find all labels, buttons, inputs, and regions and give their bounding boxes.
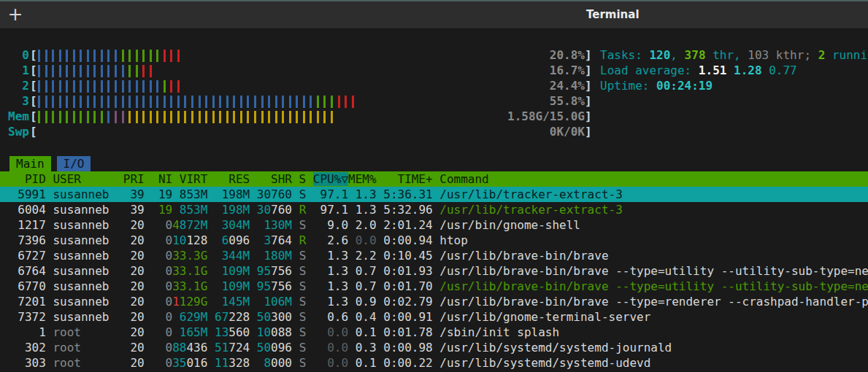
process-row-6770[interactable]: 6770 susanneb 20 033.1G 109M 95756 S 1.3… — [0, 279, 868, 294]
text-segment: 2.0 — [348, 218, 377, 232]
meter-close-bracket: ] — [585, 125, 592, 139]
text-segment: 2.2 — [348, 249, 377, 263]
meter-open-bracket: [ — [30, 48, 37, 62]
meter-close-bracket: ] — [585, 94, 592, 108]
text-segment: 11 — [215, 356, 228, 370]
text-segment: 103 kthr — [748, 48, 804, 62]
process-row-5991[interactable]: 5991 susanneb 39 19 853M 198M 30760 S 97… — [0, 187, 868, 202]
meter-bar-blue — [38, 80, 40, 93]
text-segment — [292, 325, 299, 339]
meter-value: 1.58G/15.0G — [439, 109, 585, 123]
text-segment: 303 — [4, 356, 53, 370]
text-segment — [433, 187, 440, 201]
process-row-6764[interactable]: 6764 susanneb 20 033.1G 109M 95756 S 1.3… — [0, 263, 868, 279]
meter-close-bracket: ] — [585, 63, 592, 77]
meter-bar-green — [38, 111, 40, 123]
process-row-7372[interactable]: 7372 susanneb 20 0 629M 67228 50300 S 0.… — [0, 309, 868, 325]
text-segment: 0.4 — [348, 310, 377, 324]
text-segment: 51 — [215, 341, 228, 354]
meter-bar-red — [170, 80, 172, 93]
meter-bar-blue — [233, 96, 235, 108]
process-row-6727[interactable]: 6727 susanneb 20 033.3G 344M 180M S 1.3 … — [0, 248, 868, 263]
process-row-7201[interactable]: 7201 susanneb 20 01129G 145M 106M S 1.3 … — [0, 294, 868, 309]
text-segment: 0 — [145, 249, 173, 263]
text-segment — [433, 310, 440, 324]
text-segment: S — [299, 356, 307, 370]
process-row-7396[interactable]: 7396 susanneb 20 010128 6096 3764 R 2.6 … — [0, 233, 868, 248]
text-segment: 95 — [257, 264, 271, 278]
text-segment: 756 — [271, 279, 292, 293]
text-segment — [250, 249, 257, 263]
process-row-1217[interactable]: 1217 susanneb 20 04872M 304M 130M S 9.0 … — [0, 217, 868, 233]
text-segment — [250, 187, 257, 201]
text-segment: 5:32.96 — [377, 203, 433, 217]
meter-bar-blue — [101, 96, 103, 108]
text-segment: S — [299, 325, 307, 339]
meter-bar-blue — [142, 96, 145, 108]
text-segment: 67 — [215, 310, 228, 324]
meter-bar-yellow — [317, 111, 319, 123]
meter-bar-blue — [128, 96, 131, 108]
cpu-0-meter: 0[20.8%]Tasks: 120, 378 thr, 103 kthr; 2… — [0, 48, 868, 63]
meter-bar-blue — [150, 96, 152, 108]
meter-bar-blue — [219, 96, 221, 108]
meter-bar-yellow — [233, 111, 235, 123]
text-segment: 0 — [145, 310, 173, 324]
column-header-sorted[interactable]: CPU%▽ — [313, 172, 348, 186]
process-row-1[interactable]: 1 root 20 0 165M 13560 10088 S 0.0 0.1 0… — [0, 325, 868, 340]
text-segment: 0.0 — [348, 233, 377, 247]
text-segment — [207, 356, 215, 370]
text-segment: 560 — [228, 325, 250, 339]
meter-bar-blue — [73, 80, 75, 93]
meter-bar-blue — [93, 50, 96, 62]
text-segment: 2 — [818, 48, 826, 62]
text-segment: R — [299, 233, 307, 247]
text-segment — [433, 279, 440, 293]
meter-bar-blue — [73, 50, 75, 62]
process-row-303[interactable]: 303 root 20 035016 11328 8000 S 0.0 0.1 … — [0, 355, 868, 371]
text-segment: 436 — [186, 341, 207, 354]
text-segment: 10 — [257, 325, 271, 339]
text-segment: 0.1 — [348, 325, 377, 339]
table-header-row[interactable]: PID USER PRI NI VIRT RES SHR S CPU%▽MEM%… — [0, 171, 868, 187]
text-segment: 7201 — [4, 295, 53, 309]
tab-main[interactable]: Main — [9, 156, 51, 171]
text-segment — [250, 325, 257, 339]
text-segment: 198M — [215, 187, 250, 201]
meter-bar-blue — [226, 96, 228, 108]
text-segment — [292, 249, 299, 263]
meter-bar-blue — [240, 96, 242, 108]
text-segment — [433, 356, 440, 370]
text-segment: thr, — [706, 48, 748, 62]
text-segment — [433, 264, 440, 278]
text-segment: 30760 — [257, 187, 292, 201]
text-segment: 33.1G — [172, 279, 207, 293]
text-segment: /usr/lib/brave-bin/brave --type=renderer… — [439, 295, 868, 309]
meter-label: 2 — [0, 79, 29, 93]
text-segment — [306, 187, 313, 201]
process-row-302[interactable]: 302 root 20 088436 51724 50096 S 0.0 0.3… — [0, 340, 868, 355]
meter-bar-yellow — [177, 111, 180, 123]
meter-open-bracket: [ — [30, 94, 37, 108]
meter-bar-blue — [59, 80, 61, 93]
meter-bar-green — [164, 80, 166, 93]
text-segment — [250, 356, 257, 370]
new-tab-button[interactable]: + — [6, 1, 25, 28]
text-segment: ; — [804, 48, 818, 62]
meters-panel: 0[20.8%]Tasks: 120, 378 thr, 103 kthr; 2… — [0, 29, 868, 140]
text-segment — [207, 249, 215, 263]
text-segment — [207, 233, 215, 247]
tab-io[interactable]: I/O — [57, 156, 91, 171]
meter-bar-yellow — [191, 111, 193, 123]
text-segment: 328 — [228, 356, 250, 370]
meter-bar-blue — [191, 96, 193, 108]
text-segment: 128 — [186, 233, 207, 247]
column-header-group[interactable]: PID USER PRI NI VIRT RES SHR S — [4, 172, 313, 186]
cpu-2-meter: 2[24.4%]Uptime: 00:24:19 — [0, 79, 868, 94]
text-segment: 180M — [257, 249, 292, 263]
text-segment: S — [299, 218, 307, 232]
process-row-6004[interactable]: 6004 susanneb 39 19 853M 198M 30760 R 97… — [0, 202, 868, 217]
text-segment: /usr/lib/systemd/systemd-journald — [439, 341, 672, 354]
column-header-group[interactable]: MEM% TIME+ Command — [348, 172, 489, 186]
text-segment — [306, 218, 313, 232]
